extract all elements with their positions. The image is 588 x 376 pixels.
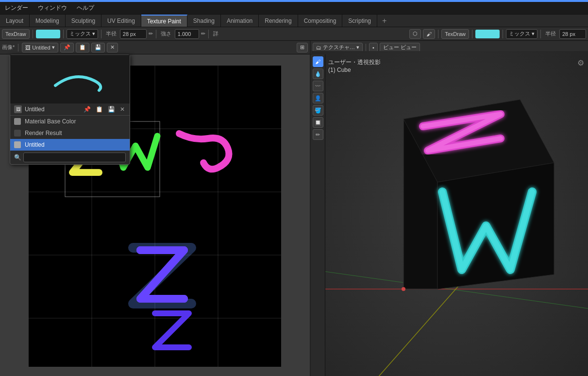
top-menu-bar: レンダー ウィンドウ ヘルプ (0, 2, 588, 15)
toolbar-sep-9 (540, 30, 541, 38)
toolbar-sep-8 (503, 30, 503, 38)
dropdown-preview (10, 55, 130, 103)
dp-item-material-base-color[interactable]: Material Base Color (10, 116, 130, 127)
tab-sculpting[interactable]: Sculpting (66, 15, 101, 27)
viewport-corner-icon[interactable]: ⚙ (577, 58, 584, 68)
menu-help[interactable]: ヘルプ (72, 2, 99, 14)
toolbar-sep-1 (33, 30, 33, 38)
toolbar-sep-3 (101, 30, 101, 38)
tab-texture-paint[interactable]: Texture Paint (141, 15, 187, 27)
vp-tool-fill[interactable]: 🪣 (313, 105, 323, 116)
strength-input[interactable] (175, 29, 199, 39)
strength-icon[interactable]: ✏ (201, 31, 205, 37)
image-dropdown-panel: 🖼 Untitled 📌 📋 💾 ✕ Material Base Color R… (10, 54, 130, 165)
toolbar-sep-7 (472, 30, 472, 38)
mix-dropdown-right[interactable]: ミックス ▾ (506, 29, 538, 39)
viewport-tools-sidebar: 🖌 💧 〰 👤 🪣 🔲 ✏ (311, 54, 325, 376)
vp-tool-soften[interactable]: 💧 (313, 68, 323, 79)
dp-icon: 🖼 (14, 105, 22, 113)
dropdown-arrow: ▾ (52, 44, 55, 51)
vp-tool-smear[interactable]: 〰 (313, 81, 323, 91)
toolbar-sep-5 (208, 30, 209, 38)
radius-input-left[interactable] (120, 29, 147, 39)
radius-input-right[interactable] (559, 29, 586, 39)
dp-item-icon-1 (14, 118, 21, 125)
brush-icon-right[interactable]: 🖌 (423, 29, 435, 39)
tab-layout[interactable]: Layout (0, 15, 30, 27)
svg-point-17 (402, 287, 405, 291)
dp-title: Untitled (25, 106, 80, 113)
workspace-tabs-bar: Layout Modeling Sculpting UV Editing Tex… (0, 15, 588, 27)
vp-tool-clone[interactable]: 👤 (313, 93, 323, 103)
cyan-color-btn-left[interactable] (36, 30, 60, 38)
radius-label-right: 半径 (544, 30, 557, 37)
tab-scripting[interactable]: Scripting (342, 15, 377, 27)
sep (18, 44, 18, 51)
viewport-panel: 🗂 テクスチャ… ▾ • ビュー ビュー 🖌 💧 〰 👤 🪣 🔲 ✏ ユーザー・… (311, 41, 588, 376)
file-icon-btn[interactable]: 🖼 Untitled ▾ (22, 43, 58, 52)
menu-render[interactable]: レンダー (0, 2, 33, 14)
cyan-color-btn-right[interactable] (475, 30, 500, 38)
dp-close-btn[interactable]: ✕ (119, 106, 126, 113)
dp-search-area: 🔍 (10, 151, 130, 164)
tab-shading[interactable]: Shading (187, 15, 221, 27)
tab-compositing[interactable]: Compositing (298, 15, 343, 27)
image-title: Untitled (32, 45, 50, 51)
file-icon: 🖼 (25, 45, 31, 51)
vp-tool-annotate[interactable]: ✏ (313, 129, 323, 140)
menu-window[interactable]: ウィンドウ (33, 2, 72, 14)
close-icon-btn[interactable]: ✕ (107, 43, 118, 52)
detail-label: 詳 (212, 30, 220, 37)
dropdown-header: 🖼 Untitled 📌 📋 💾 ✕ (10, 103, 130, 116)
main-toolbar: TexDraw ミックス ▾ 半径 ✏ 強さ ✏ 詳 ⬡ 🖌 TexDraw ミ… (0, 27, 588, 41)
radius-icon-left[interactable]: ✏ (149, 31, 153, 37)
image-label: 画像* (2, 44, 15, 51)
cube-svg (311, 51, 588, 376)
tab-uv-editing[interactable]: UV Editing (101, 15, 141, 27)
image-editor-toolbar: 画像* 🖼 Untitled ▾ 📌 📋 💾 ✕ ⊞ (0, 41, 310, 54)
dp-save-btn[interactable]: 💾 (107, 106, 116, 113)
blue-top-strip (0, 0, 588, 2)
view-label: ビュー (383, 44, 399, 51)
tab-animation[interactable]: Animation (221, 15, 259, 27)
cube-3d-container (311, 54, 588, 376)
dp-item-render-result[interactable]: Render Result (10, 127, 130, 139)
tab-modeling[interactable]: Modeling (30, 15, 66, 27)
image-editor-panel: 画像* 🖼 Untitled ▾ 📌 📋 💾 ✕ ⊞ (0, 41, 311, 376)
new-icon-btn[interactable]: 📋 (76, 43, 89, 52)
dp-item-untitled[interactable]: Untitled (10, 139, 130, 151)
texdraw-dropdown-right[interactable]: TexDraw (441, 29, 469, 39)
dp-search-icon: 🔍 (14, 154, 21, 161)
mix-dropdown-left[interactable]: ミックス ▾ (67, 29, 98, 39)
radius-label-left: 半径 (104, 30, 118, 37)
dp-item-icon-3 (14, 141, 21, 148)
dp-new-btn[interactable]: 📋 (95, 106, 104, 113)
tab-add-button[interactable]: + (377, 15, 391, 27)
hex-icon[interactable]: ⬡ (409, 29, 421, 39)
texdraw-dropdown-left[interactable]: TexDraw (2, 29, 30, 39)
main-area: 画像* 🖼 Untitled ▾ 📌 📋 💾 ✕ ⊞ (0, 41, 588, 376)
texture-dropdown-arrow: ▾ (356, 44, 359, 51)
save-icon-btn[interactable]: 💾 (91, 43, 105, 52)
vp-tool-brush[interactable]: 🖌 (313, 56, 323, 67)
vp-sep (366, 44, 366, 51)
dp-pin-btn[interactable]: 📌 (83, 106, 92, 113)
dp-search-input[interactable] (23, 153, 126, 162)
pin-icon-btn[interactable]: 📌 (60, 43, 74, 52)
toolbar-sep-4 (156, 30, 156, 38)
toolbar-sep-2 (63, 30, 64, 38)
dp-item-icon-2 (14, 130, 21, 137)
texture-label: テクスチャ… (323, 44, 355, 51)
strength-label: 強さ (159, 30, 173, 37)
texture-icon: 🗂 (316, 45, 321, 51)
vp-tool-mask[interactable]: 🔲 (313, 117, 323, 128)
view-toggle-btn[interactable]: ⊞ (297, 43, 308, 52)
toolbar-sep-6 (438, 30, 438, 38)
tab-rendering[interactable]: Rendering (259, 15, 298, 27)
